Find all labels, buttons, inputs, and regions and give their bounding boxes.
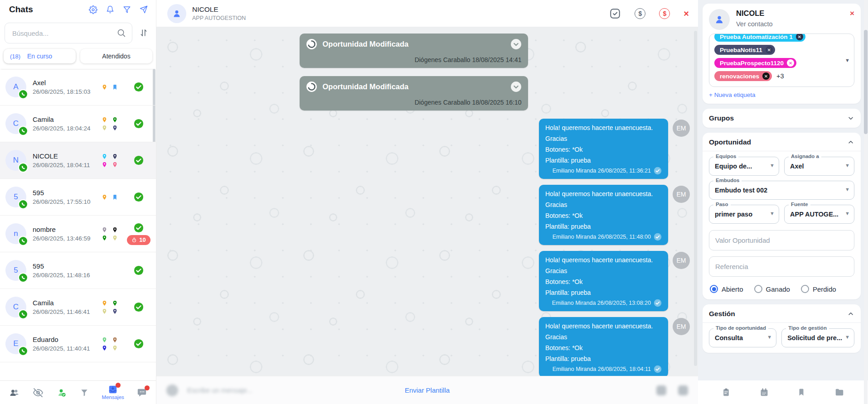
tag-pin-icon [102, 117, 107, 123]
panel-scrollbar-thumb[interactable] [864, 30, 868, 134]
chevron-down-icon[interactable] [847, 115, 854, 122]
chat-list-item[interactable]: C Camila 26/08/2025, 18:04:24 [0, 106, 156, 142]
chat-avatar: N [5, 150, 26, 171]
price-alert-icon[interactable]: $ [659, 8, 670, 19]
folder-icon[interactable] [834, 387, 844, 397]
search-input[interactable] [5, 23, 132, 43]
tag-pin-icon [102, 235, 107, 241]
tags-selector[interactable]: Prueba Automatización 1 ✕ PruebaNotis11 … [709, 34, 854, 87]
chevron-down-icon[interactable] [510, 38, 522, 50]
mic-icon[interactable] [678, 385, 688, 395]
chat-avatar: C [5, 297, 26, 317]
whatsapp-icon [21, 312, 26, 317]
approve-check-icon[interactable] [609, 8, 621, 19]
tag-pin-icon [102, 308, 107, 314]
whatsapp-icon [18, 199, 28, 209]
agent-avatar: EM [673, 318, 690, 335]
tab-atendidos-label: Atendidos [102, 53, 130, 60]
eye-off-icon[interactable] [33, 387, 44, 398]
delivered-check-icon [654, 365, 662, 373]
tab-atendidos[interactable]: Atendidos [80, 49, 152, 63]
attach-icon[interactable] [656, 385, 666, 395]
outgoing-message: Hola! queremos hacerte unaencuesta.Graci… [539, 317, 668, 376]
radio-perdido[interactable]: Perdido [801, 285, 836, 293]
message-composer: Escribe un mensaje... Enviar Plantilla [156, 376, 698, 404]
field-value: Axel [790, 163, 804, 170]
remove-tag-icon[interactable]: ✕ [796, 34, 803, 40]
contact-tag: PruebaProspecto1120 ✕ [714, 58, 796, 68]
sort-icon[interactable] [137, 28, 150, 38]
chat-name: Axel [33, 79, 91, 87]
price-icon[interactable]: $ [635, 8, 645, 19]
remove-tag-icon[interactable]: ✕ [787, 59, 794, 67]
select-paso[interactable]: Paso primer paso ▼ [709, 205, 779, 224]
close-panel-icon[interactable]: × [850, 9, 854, 18]
select-tipo-de-oportunidad[interactable]: Tipo de oportunidad Consulta ▼ [709, 328, 776, 347]
more-tags-count[interactable]: +3 [776, 72, 784, 80]
filter-icon[interactable] [123, 5, 131, 14]
tags-caret-down-icon[interactable]: ▼ [845, 58, 850, 63]
conversation-scrollbar[interactable] [694, 31, 697, 366]
attended-check-icon [134, 265, 144, 275]
send-icon[interactable] [140, 5, 148, 14]
send-template-button[interactable]: Enviar Plantilla [156, 386, 698, 394]
chat-list-item[interactable]: A Axel 26/08/2025, 18:15:03 [0, 69, 156, 106]
new-tag-button[interactable]: + Nueva etiqueta [709, 91, 854, 98]
select-equipos[interactable]: Equipos Equipo de... ▼ [709, 157, 779, 176]
caret-down-icon: ▼ [770, 211, 775, 216]
tag-pin-icon [102, 194, 107, 200]
close-conversation-icon[interactable]: × [684, 9, 689, 18]
chat-list-item[interactable]: E Eduardo 26/08/2025, 11:40:41 [0, 326, 156, 362]
tab-count-badge: (18) [10, 53, 20, 60]
whatsapp-icon [18, 273, 28, 283]
radio-ganado[interactable]: Ganado [754, 285, 790, 293]
agent-avatar: EM [673, 252, 690, 269]
bell-icon[interactable] [106, 5, 114, 14]
view-contact-link[interactable]: Ver contacto [736, 20, 773, 28]
calendar-icon[interactable] [760, 388, 769, 397]
chat-list-item[interactable]: n nombre 26/08/2025, 13:46:59 10 [0, 216, 156, 252]
field-label: Tipo de oportunidad [713, 325, 768, 331]
agent-online-icon[interactable] [56, 387, 67, 398]
chat-bubble-icon[interactable] [137, 388, 147, 398]
chats-sidebar: Chats (18) En curso Atendidos A [0, 0, 156, 404]
tag-pin-icon [102, 300, 107, 306]
chevron-up-icon[interactable] [847, 139, 854, 146]
remove-tag-icon[interactable]: ✕ [762, 72, 770, 80]
caret-down-icon: ▼ [845, 211, 850, 216]
attended-check-icon [134, 223, 144, 233]
opportunity-value-input[interactable] [709, 230, 854, 250]
inbox-messages-icon[interactable]: Mensajes [102, 385, 124, 400]
filter-nav-icon[interactable] [80, 388, 89, 397]
contact-details-panel: NICOLE Ver contacto × Prueba Automatizac… [698, 0, 868, 404]
chat-list-item[interactable]: 5 595 26/08/2025, 17:55:10 [0, 179, 156, 216]
contact-name: NICOLE [192, 5, 246, 14]
bookmark-icon[interactable] [797, 388, 805, 396]
select-embudos[interactable]: Embudos Embudo test 002 ▼ [709, 181, 854, 200]
chevron-up-icon[interactable] [847, 310, 854, 317]
select-fuente[interactable]: Fuente APP AUTOGE... ▼ [784, 205, 854, 224]
settings-icon[interactable] [89, 5, 97, 14]
sidebar-title: Chats [9, 5, 33, 14]
opportunity-icon [306, 81, 317, 92]
chat-list-item[interactable]: C Camila 26/08/2025, 11:46:41 [0, 289, 156, 326]
chevron-down-icon[interactable] [510, 81, 522, 92]
radio-abierto[interactable]: Abierto [710, 285, 743, 293]
tag-pin-icon [102, 162, 107, 168]
chat-name: 595 [33, 262, 90, 270]
message-scroll-area[interactable]: Oportunidad Modificada Diógenes Caraball… [156, 27, 698, 376]
remove-tag-icon[interactable]: ✕ [766, 46, 773, 53]
whatsapp-icon [18, 309, 28, 319]
tab-en-curso[interactable]: (18) En curso [4, 49, 76, 63]
message-meta: Emiliano Miranda 26/08/2025, 18:04:11 [553, 366, 651, 372]
bookmark-icon [112, 84, 118, 90]
reference-input[interactable] [709, 256, 854, 277]
chat-list-item[interactable]: 5 595 26/08/2025, 11:48:16 [0, 252, 156, 289]
clipboard-icon[interactable] [722, 388, 731, 397]
sidebar-bottom-nav: Mensajes [0, 380, 156, 404]
groups-title: Grupos [709, 114, 734, 122]
select-asignado-a[interactable]: Asignado a Axel ▼ [784, 157, 854, 176]
select-tipo-de-gesti-n[interactable]: Tipo de gestión Solicitud de pre... ▼ [781, 328, 854, 347]
contacts-icon[interactable] [9, 387, 20, 398]
chat-list-item[interactable]: N NICOLE 26/08/2025, 18:04:11 [0, 142, 156, 179]
